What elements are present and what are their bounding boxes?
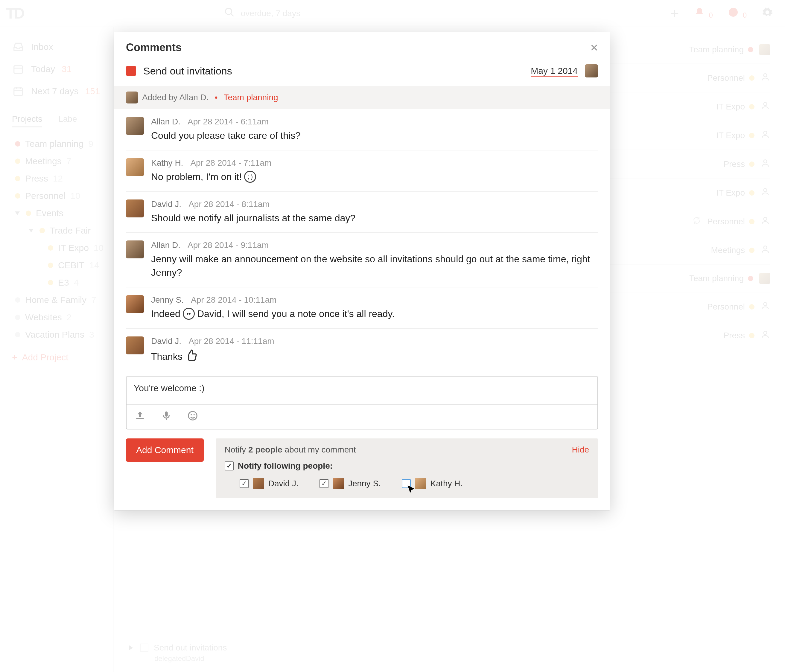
person-name: Kathy H.	[430, 479, 463, 488]
comment-body: No problem, I'm on it! ; )	[151, 170, 598, 184]
assignee-avatar[interactable]	[585, 64, 598, 77]
hide-link[interactable]: Hide	[572, 445, 589, 455]
priority-indicator	[126, 66, 136, 76]
meta-separator: •	[215, 93, 218, 102]
task-header: Send out invitations May 1 2014	[114, 61, 610, 86]
notify-following-row[interactable]: Notify following people:	[225, 461, 589, 471]
comment-body: Indeed •• David, I will send you a note …	[151, 307, 598, 320]
comment-author: Allan D.	[151, 241, 180, 250]
comment-author: David J.	[151, 200, 181, 209]
task-meta-bar: Added by Allan D. • Team planning	[114, 86, 610, 109]
comment-editor	[126, 376, 598, 430]
comment-time: Apr 28 2014 - 6:11am	[188, 117, 269, 127]
added-by-label: Added by Allan D.	[142, 93, 209, 102]
comment: David J.Apr 28 2014 - 11:11amThanks	[126, 329, 598, 373]
avatar	[126, 295, 144, 313]
notify-person[interactable]: Jenny S.	[319, 478, 381, 489]
modal-title: Comments	[126, 41, 181, 54]
comment-body: Thanks	[151, 349, 598, 365]
notify-people-list: David J.Jenny S.Kathy H.	[225, 478, 589, 489]
avatar	[253, 478, 264, 489]
avatar	[415, 478, 426, 489]
avatar	[126, 241, 144, 258]
svg-point-21	[194, 414, 195, 415]
comment-input[interactable]	[127, 377, 597, 402]
comment: Kathy H.Apr 28 2014 - 7:11amNo problem, …	[126, 150, 598, 192]
notify-person[interactable]: Kathy H.	[402, 478, 463, 489]
task-title[interactable]: Send out invitations	[143, 65, 524, 77]
avatar	[126, 336, 144, 355]
attach-icon[interactable]	[134, 410, 146, 424]
comment-author: Allan D.	[151, 117, 180, 127]
comment-time: Apr 28 2014 - 7:11am	[190, 158, 271, 168]
emoji-icon[interactable]	[187, 410, 199, 424]
avatar	[126, 158, 144, 176]
svg-point-19	[188, 411, 197, 420]
comment-author: David J.	[151, 336, 181, 346]
comment-body: Could you please take care of this?	[151, 129, 598, 142]
notify-panel: Notify 2 people about my comment Hide No…	[216, 438, 598, 498]
svg-rect-18	[165, 411, 168, 416]
comment-time: Apr 28 2014 - 11:11am	[188, 336, 274, 346]
avatar	[333, 478, 344, 489]
comment-time: Apr 28 2014 - 9:11am	[188, 241, 269, 250]
comments-modal: Comments × Send out invitations May 1 20…	[114, 32, 610, 511]
close-icon[interactable]: ×	[590, 41, 598, 54]
comment-body: Should we notify all journalists at the …	[151, 211, 598, 225]
thumbs-up-icon	[185, 349, 198, 365]
comment: Allan D.Apr 28 2014 - 6:11amCould you pl…	[126, 109, 598, 150]
creator-avatar	[126, 92, 138, 103]
comment-body: Jenny will make an announcement on the w…	[151, 252, 598, 279]
wink-emoji-icon: ; )	[244, 171, 256, 183]
person-name: Jenny S.	[348, 479, 381, 488]
comment: Allan D.Apr 28 2014 - 9:11amJenny will m…	[126, 233, 598, 288]
checkbox-icon[interactable]	[225, 461, 234, 470]
notify-person[interactable]: David J.	[239, 478, 299, 489]
checkbox-icon[interactable]	[239, 479, 249, 488]
comment-author: Kathy H.	[151, 158, 183, 168]
avatar	[126, 117, 144, 135]
person-name: David J.	[268, 479, 299, 488]
svg-point-20	[191, 414, 192, 415]
comment-time: Apr 28 2014 - 8:11am	[188, 200, 269, 209]
due-date[interactable]: May 1 2014	[531, 66, 578, 76]
checkbox-icon[interactable]	[319, 479, 328, 488]
add-comment-button[interactable]: Add Comment	[126, 438, 204, 462]
comment-time: Apr 28 2014 - 10:11am	[191, 295, 277, 305]
avatar	[126, 200, 144, 217]
project-link[interactable]: Team planning	[224, 93, 278, 102]
comment-author: Jenny S.	[151, 295, 184, 305]
comments-list: Allan D.Apr 28 2014 - 6:11amCould you pl…	[114, 109, 610, 373]
editor-toolbar	[127, 404, 597, 429]
comment: David J.Apr 28 2014 - 8:11amShould we no…	[126, 192, 598, 233]
smile-emoji-icon: ••	[183, 308, 195, 320]
microphone-icon[interactable]	[161, 410, 172, 424]
comment: Jenny S.Apr 28 2014 - 10:11amIndeed •• D…	[126, 288, 598, 329]
notify-summary: Notify 2 people about my comment	[225, 445, 356, 455]
checkbox-icon[interactable]	[402, 479, 411, 488]
